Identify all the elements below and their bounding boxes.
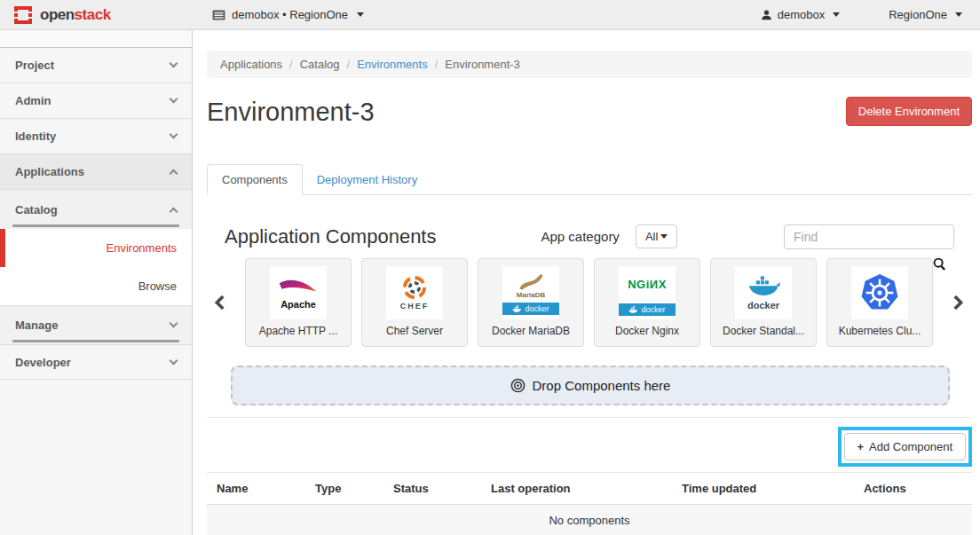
breadcrumb-applications: Applications (220, 58, 282, 71)
horizon-dashboard: openstack demobox • RegionOne demobox (0, 0, 980, 535)
app-card-chef[interactable]: CHEF Chef Server (361, 258, 468, 347)
apache-logo-icon: Apache (270, 266, 327, 319)
column-header-type: Type (305, 473, 383, 505)
column-header-time-updated: Time updated (672, 473, 854, 505)
app-card-label: Kubernetes Clu... (839, 325, 921, 337)
page-title: Environment-3 (207, 98, 375, 126)
drop-components-zone[interactable]: Drop Components here (231, 366, 950, 405)
column-header-name: Name (207, 473, 305, 505)
caret-down-icon (833, 12, 840, 17)
kubernetes-logo-icon (851, 266, 908, 319)
sidebar-item-browse[interactable]: Browse (0, 267, 192, 305)
components-section: Application Components App category All (207, 216, 972, 405)
tab-components[interactable]: Components (207, 164, 303, 195)
app-card-label: Chef Server (386, 325, 443, 337)
sidebar-item-identity[interactable]: Identity (0, 119, 192, 154)
context-switcher-label: demobox • RegionOne (232, 8, 348, 21)
components-table: Name Type Status Last operation Time upd… (207, 472, 972, 535)
add-component-label: Add Component (869, 440, 952, 453)
column-header-status: Status (383, 473, 481, 505)
app-card-label: Apache HTTP ... (259, 325, 337, 337)
project-context-switcher[interactable]: demobox • RegionOne (212, 8, 364, 21)
chevron-up-icon (170, 169, 178, 178)
chevron-down-icon (170, 319, 178, 328)
region-menu[interactable]: RegionOne (889, 8, 962, 21)
target-highlight: + Add Component (838, 427, 972, 467)
breadcrumb-environments-link[interactable]: Environments (357, 58, 427, 71)
caret-down-icon (357, 12, 364, 17)
find-input[interactable] (784, 224, 954, 249)
breadcrumb-catalog: Catalog (300, 58, 340, 71)
app-card-label: Docker Standal... (723, 325, 804, 337)
app-carousel: Apache Apache HTTP ... CHEF Chef Server (207, 258, 972, 347)
docker-badge-icon: docker (502, 303, 559, 315)
sidebar-item-developer[interactable]: Developer (0, 344, 192, 380)
sidebar-item-project[interactable]: Project (0, 48, 192, 83)
chevron-left-icon (215, 295, 230, 311)
app-card-label: Docker MariaDB (492, 325, 570, 337)
caret-down-icon (955, 12, 962, 17)
app-category-dropdown[interactable]: All (636, 224, 677, 248)
breadcrumb: Applications / Catalog / Environments / … (207, 51, 972, 78)
top-bar: openstack demobox • RegionOne demobox (0, 0, 980, 30)
search-icon[interactable] (933, 257, 945, 273)
sidebar-item-manage[interactable]: Manage (0, 305, 192, 344)
nginx-logo-icon: NGiИX docker (619, 266, 676, 319)
column-header-last-operation: Last operation (481, 473, 672, 505)
drop-target-icon (510, 378, 526, 393)
mariadb-logo-icon: MariaDB docker (502, 266, 559, 319)
sidebar-item-environments[interactable]: Environments (0, 229, 192, 267)
region-menu-label: RegionOne (889, 8, 947, 21)
breadcrumb-separator: / (435, 58, 439, 71)
breadcrumb-current: Environment-3 (445, 58, 520, 71)
dropzone-label: Drop Components here (533, 378, 671, 393)
empty-state-text: No components (207, 505, 972, 535)
divider (207, 417, 972, 418)
chevron-down-icon (170, 130, 178, 139)
app-category-label: App category (541, 229, 619, 244)
chef-logo-icon: CHEF (386, 266, 443, 319)
section-underline (12, 340, 179, 342)
chevron-down-icon (170, 356, 178, 365)
chevron-right-icon (949, 295, 964, 311)
sidebar-item-applications[interactable]: Applications (0, 154, 192, 190)
user-menu-label: demobox (778, 8, 825, 21)
breadcrumb-separator: / (347, 58, 351, 71)
sidebar-top-stub (0, 30, 192, 48)
user-menu[interactable]: demobox (761, 8, 840, 21)
app-card-apache[interactable]: Apache Apache HTTP ... (245, 258, 352, 347)
tab-deployment-history[interactable]: Deployment History (303, 165, 431, 194)
sidebar-item-admin[interactable]: Admin (0, 83, 192, 119)
chevron-up-icon (170, 207, 178, 216)
section-underline (12, 224, 179, 227)
breadcrumb-separator: / (289, 58, 293, 71)
caret-down-icon (660, 234, 668, 239)
app-card-label: Docker Nginx (615, 325, 679, 337)
docker-logo-icon: docker (735, 266, 792, 319)
openstack-cube-icon (12, 5, 34, 25)
empty-state-row: No components (207, 505, 972, 535)
app-card-docker-mariadb[interactable]: MariaDB docker Docker MariaDB (478, 258, 584, 347)
user-icon (761, 9, 772, 21)
plus-icon: + (858, 440, 865, 453)
list-icon (212, 10, 225, 20)
openstack-logo[interactable]: openstack (12, 5, 212, 25)
sidebar: Project Admin Identity Applications Cata… (0, 30, 193, 535)
app-card-docker-nginx[interactable]: NGiИX docker Docker Nginx (594, 258, 700, 347)
sidebar-item-catalog[interactable]: Catalog (0, 190, 192, 229)
tab-bar: Components Deployment History (207, 166, 972, 195)
carousel-prev-button[interactable] (209, 258, 235, 347)
chevron-down-icon (170, 59, 178, 68)
openstack-wordmark: openstack (40, 6, 111, 24)
chevron-down-icon (170, 95, 178, 104)
section-heading: Application Components (225, 225, 436, 248)
app-card-docker-standalone[interactable]: docker Docker Standal... (710, 258, 817, 347)
delete-environment-button[interactable]: Delete Environment (846, 97, 972, 126)
app-card-kubernetes[interactable]: Kubernetes Clu... (826, 258, 933, 347)
main-content: Applications / Catalog / Environments / … (193, 30, 980, 535)
carousel-next-button[interactable] (943, 258, 969, 347)
docker-badge-icon: docker (619, 303, 676, 316)
add-component-button[interactable]: + Add Component (844, 433, 966, 460)
column-header-actions: Actions (854, 473, 972, 505)
